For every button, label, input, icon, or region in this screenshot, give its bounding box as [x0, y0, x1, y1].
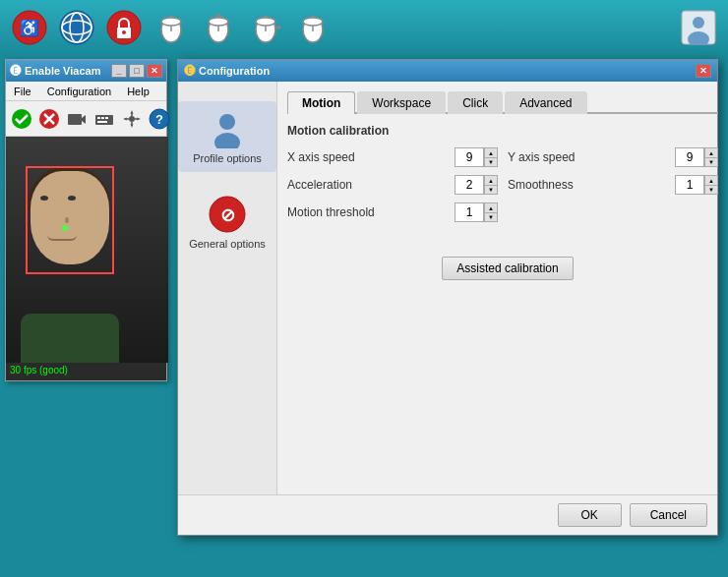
- y-axis-speed-down[interactable]: ▼: [704, 157, 718, 167]
- viacam-titlebar-controls: _ □ ✕: [111, 64, 162, 78]
- x-axis-speed-arrows: ▲ ▼: [484, 147, 498, 167]
- menu-help[interactable]: Help: [123, 84, 153, 99]
- globe-taskbar-icon[interactable]: [57, 8, 96, 47]
- motion-threshold-input[interactable]: [455, 202, 484, 222]
- general-icon: ⊘: [208, 195, 247, 234]
- smoothness-label: Smoothness: [508, 178, 665, 192]
- tab-workspace[interactable]: Workspace: [357, 91, 446, 114]
- toolbar-help-btn[interactable]: ?: [148, 105, 171, 133]
- y-axis-speed-arrows: ▲ ▼: [704, 147, 718, 167]
- y-axis-speed-input[interactable]: [675, 147, 704, 167]
- face-detection-box: [26, 166, 114, 274]
- config-body: Profile options ⊘ General options Motion: [178, 82, 717, 494]
- config-titlebar: 🅔 Configuration ✕: [178, 60, 717, 82]
- smoothness-input[interactable]: [675, 175, 704, 195]
- motion-section-title: Motion calibration: [287, 124, 718, 138]
- svg-point-38: [219, 114, 235, 130]
- toolbar-settings-btn[interactable]: [120, 105, 144, 133]
- viacam-title: Enable Viacam: [25, 65, 100, 77]
- viacam-close-btn[interactable]: ✕: [147, 64, 162, 78]
- taskbar: ♿: [0, 0, 728, 54]
- svg-rect-28: [68, 114, 82, 125]
- cancel-button[interactable]: Cancel: [630, 503, 707, 527]
- mouse3-taskbar-icon[interactable]: [246, 8, 285, 47]
- motion-content: Motion calibration X axis speed ▲ ▼: [287, 124, 718, 280]
- config-close-btn[interactable]: ✕: [696, 64, 711, 78]
- viacam-window: 🅔 Enable Viacam _ □ ✕ File Configuration…: [5, 59, 167, 381]
- mouse1-taskbar-icon[interactable]: [152, 8, 191, 47]
- x-axis-speed-up[interactable]: ▲: [484, 147, 498, 157]
- toolbar-keyboard-btn[interactable]: [92, 105, 116, 133]
- mouse4-taskbar-icon[interactable]: [293, 8, 333, 47]
- menu-configuration[interactable]: Configuration: [43, 84, 115, 99]
- profile-icon: [208, 109, 247, 148]
- acceleration-label: Acceleration: [287, 178, 445, 192]
- viacam-menubar: File Configuration Help: [6, 82, 166, 101]
- toolbar-camera-btn[interactable]: [65, 105, 89, 133]
- config-titlebar-left: 🅔 Configuration: [184, 65, 270, 77]
- x-axis-speed-spinbox: ▲ ▼: [455, 147, 498, 167]
- toolbar-x-btn[interactable]: [37, 105, 61, 133]
- smoothness-up[interactable]: ▲: [704, 175, 718, 185]
- menu-file[interactable]: File: [10, 84, 35, 99]
- svg-text:♿: ♿: [20, 19, 39, 37]
- y-axis-speed-label: Y axis speed: [508, 150, 665, 164]
- person-taskbar-icon[interactable]: [679, 8, 718, 47]
- smoothness-down[interactable]: ▼: [704, 185, 718, 195]
- motion-threshold-down[interactable]: ▼: [484, 212, 498, 222]
- config-sidebar: Profile options ⊘ General options: [178, 82, 277, 494]
- viacam-titlebar: 🅔 Enable Viacam _ □ ✕: [6, 60, 166, 82]
- tab-advanced[interactable]: Advanced: [505, 91, 586, 114]
- svg-rect-32: [101, 117, 104, 119]
- viacam-title-icon: 🅔: [10, 65, 21, 77]
- sidebar-item-general[interactable]: ⊘ General options: [178, 187, 276, 258]
- acceleration-arrows: ▲ ▼: [484, 175, 498, 195]
- acceleration-up[interactable]: ▲: [484, 175, 498, 185]
- motion-threshold-up[interactable]: ▲: [484, 202, 498, 212]
- svg-rect-31: [97, 117, 100, 119]
- sidebar-item-profile[interactable]: Profile options: [178, 101, 276, 172]
- x-axis-speed-input[interactable]: [455, 147, 484, 167]
- motion-threshold-spinbox: ▲ ▼: [455, 202, 498, 222]
- viacam-restore-btn[interactable]: □: [129, 64, 145, 78]
- assisted-calibration-btn[interactable]: Assisted calibration: [442, 257, 573, 280]
- config-dialog: 🅔 Configuration ✕ Profile options: [177, 59, 718, 536]
- config-title: Configuration: [199, 65, 270, 77]
- motion-threshold-label: Motion threshold: [287, 205, 445, 219]
- svg-rect-30: [95, 115, 113, 125]
- acceleration-down[interactable]: ▼: [484, 185, 498, 195]
- svg-point-35: [129, 116, 135, 122]
- body-silhouette: [21, 314, 119, 363]
- viacam-toolbar: ?: [6, 101, 166, 137]
- svg-point-20: [303, 18, 323, 26]
- svg-point-8: [122, 30, 126, 34]
- svg-rect-33: [105, 117, 108, 119]
- sidebar-general-label: General options: [189, 238, 266, 250]
- sidebar-profile-label: Profile options: [193, 152, 262, 164]
- config-title-icon: 🅔: [184, 65, 195, 77]
- y-axis-speed-up[interactable]: ▲: [704, 147, 718, 157]
- toolbar-check-btn[interactable]: [10, 105, 33, 133]
- config-tabs: Motion Workspace Click Advanced: [287, 91, 718, 114]
- svg-point-2: [60, 11, 93, 44]
- lock-taskbar-icon[interactable]: [104, 8, 144, 47]
- smoothness-arrows: ▲ ▼: [704, 175, 718, 195]
- motion-form: X axis speed ▲ ▼ Y axis speed: [287, 147, 718, 222]
- viacam-status-text: 30 fps (good): [10, 365, 68, 375]
- mouse2-taskbar-icon[interactable]: [199, 8, 238, 47]
- svg-text:⊘: ⊘: [220, 205, 235, 225]
- acceleration-input[interactable]: [455, 175, 484, 195]
- tab-click[interactable]: Click: [448, 91, 503, 114]
- viacam-minimize-btn[interactable]: _: [111, 64, 127, 78]
- smoothness-spinbox: ▲ ▼: [675, 175, 718, 195]
- config-footer: OK Cancel: [178, 494, 717, 535]
- svg-point-11: [161, 18, 181, 26]
- svg-point-24: [12, 109, 31, 129]
- ok-button[interactable]: OK: [558, 503, 622, 527]
- accessibility-taskbar-icon[interactable]: ♿: [10, 8, 49, 47]
- viacam-titlebar-left: 🅔 Enable Viacam: [10, 65, 100, 77]
- x-axis-speed-down[interactable]: ▼: [484, 157, 498, 167]
- svg-point-39: [214, 133, 240, 148]
- svg-marker-29: [82, 115, 86, 124]
- tab-motion[interactable]: Motion: [287, 91, 355, 114]
